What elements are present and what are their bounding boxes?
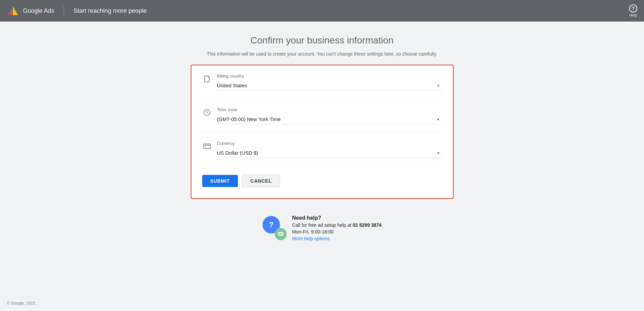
currency-icon: [202, 142, 212, 151]
more-help-link[interactable]: More help options: [292, 236, 381, 241]
footer: © Google, 2022.: [7, 301, 36, 306]
time-zone-select[interactable]: (GMT-05:00) New York Time: [217, 114, 442, 124]
main-content: Confirm your business information This i…: [0, 22, 644, 255]
app-name: Google Ads: [23, 7, 54, 14]
help-phone: 02 8299 3874: [353, 222, 382, 228]
svg-rect-8: [278, 232, 283, 236]
time-zone-select-wrapper: (GMT-05:00) New York Time: [217, 114, 442, 124]
help-circle-icon: ?: [629, 4, 637, 12]
submit-button[interactable]: SUBMIT: [202, 175, 238, 187]
time-zone-content: Time zone (GMT-05:00) New York Time: [217, 107, 442, 124]
help-icons: ?: [263, 216, 287, 240]
help-heading: Need help?: [292, 215, 381, 221]
divider-1: [202, 99, 442, 99]
cancel-button[interactable]: CANCEL: [242, 175, 280, 187]
header: Google Ads Start reaching more people ? …: [0, 0, 644, 22]
help-text: Need help? Call for free ad setup help a…: [292, 215, 381, 241]
help-chat-icon: [275, 228, 287, 240]
header-logo: Google Ads Start reaching more people: [7, 5, 147, 17]
divider-3: [202, 166, 442, 166]
copyright-text: © Google, 2022.: [7, 301, 36, 306]
help-call-text: Call for free ad setup help at: [292, 222, 351, 228]
divider-2: [202, 132, 442, 133]
help-hours: Mon-Fri, 9:00-18:00: [292, 229, 381, 235]
google-ads-icon: [7, 5, 19, 17]
form-subtitle: This information will be used to create …: [207, 51, 437, 57]
time-zone-icon: [202, 108, 212, 117]
currency-field: Currency US Dollar (USD $): [202, 141, 442, 158]
button-row: SUBMIT CANCEL: [202, 175, 442, 187]
billing-country-field: Billing country United States: [202, 73, 442, 91]
billing-country-select-wrapper: United States: [217, 81, 442, 91]
help-button-label: Help: [630, 13, 637, 17]
svg-rect-6: [204, 144, 210, 149]
currency-select-wrapper: US Dollar (USD $): [217, 148, 442, 158]
svg-rect-7: [205, 147, 206, 147]
currency-select[interactable]: US Dollar (USD $): [217, 148, 442, 158]
currency-content: Currency US Dollar (USD $): [217, 141, 442, 158]
billing-country-icon: [202, 74, 212, 84]
currency-label: Currency: [217, 141, 442, 146]
page-header-title: Start reaching more people: [73, 7, 147, 14]
billing-country-label: Billing country: [217, 73, 442, 79]
help-section: ? Need help? Call for free ad setup help…: [263, 215, 381, 241]
billing-country-content: Billing country United States: [217, 73, 442, 91]
billing-country-select[interactable]: United States: [217, 81, 442, 91]
time-zone-field: Time zone (GMT-05:00) New York Time: [202, 107, 442, 124]
time-zone-label: Time zone: [217, 107, 442, 112]
form-title: Confirm your business information: [250, 35, 394, 46]
help-phone-text: Call for free ad setup help at 02 8299 3…: [292, 222, 381, 228]
form-card: Billing country United States Time zone: [191, 65, 454, 199]
header-divider: [64, 6, 64, 16]
help-button[interactable]: ? Help: [629, 4, 637, 17]
